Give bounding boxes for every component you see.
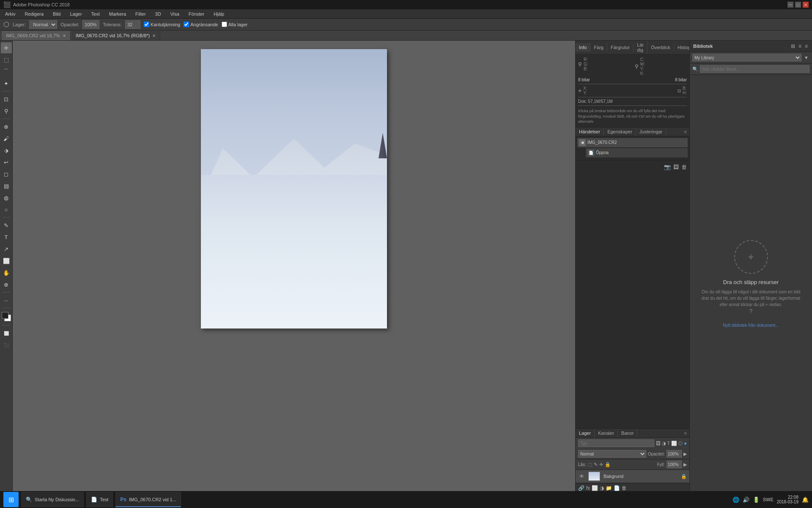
- handler-row-img[interactable]: ⏺ IMG_0670.CR2: [577, 138, 688, 147]
- lock-transparent-btn[interactable]: ⬚: [588, 462, 592, 467]
- tab-info[interactable]: Info: [576, 43, 590, 52]
- layer-item-background[interactable]: 👁 Bakgrund 🔒: [576, 470, 689, 483]
- layers-fill-arrow[interactable]: ▶: [683, 462, 687, 467]
- canvas-area[interactable]: [13, 41, 575, 493]
- handler-panel-menu[interactable]: ≡: [682, 127, 689, 136]
- lasso-tool[interactable]: ⌒: [1, 66, 12, 77]
- tab-img0669[interactable]: IMG_0669.CR2 vid 16,7% ✕: [2, 31, 71, 40]
- screen-mode-tool[interactable]: ⬛: [1, 340, 12, 351]
- eraser-tool[interactable]: ◻: [1, 168, 12, 179]
- handler-sub-open[interactable]: 📄 Öppna: [586, 148, 688, 157]
- tab-egenskaper[interactable]: Egenskaper: [604, 127, 636, 136]
- foreground-color-swatch[interactable]: [2, 312, 8, 319]
- menu-arkiv[interactable]: Arkiv: [3, 11, 17, 17]
- taskbar-battery-icon[interactable]: 🔋: [753, 497, 760, 503]
- add-group-btn[interactable]: 📁: [606, 485, 612, 491]
- tab-handelser[interactable]: Händelser: [576, 127, 604, 136]
- lock-paint-btn[interactable]: ✎: [594, 462, 598, 467]
- handler-trash-btn[interactable]: 🗑: [681, 164, 687, 170]
- gradient-tool[interactable]: ▤: [1, 180, 12, 191]
- layers-opacity-input[interactable]: [667, 450, 682, 458]
- filter-text-btn[interactable]: T: [667, 441, 670, 446]
- menu-visa[interactable]: Visa: [169, 11, 181, 17]
- title-bar-controls[interactable]: ─ □ ✕: [787, 2, 809, 8]
- handler-photo-btn[interactable]: 🖼: [673, 164, 679, 170]
- taskbar-clock[interactable]: 22:08 2018-03-19: [777, 495, 798, 504]
- tab-img0670[interactable]: IMG_0670.CR2 vid 16,7% (RGB/8*) ✕: [71, 31, 160, 40]
- add-mask-btn[interactable]: ⬜: [592, 485, 598, 491]
- color-swatches[interactable]: [2, 312, 11, 321]
- move-tool[interactable]: ✛: [1, 42, 12, 53]
- menu-filter[interactable]: Filter: [134, 11, 147, 17]
- filter-adjust-btn[interactable]: ◑: [662, 441, 666, 446]
- menu-markera[interactable]: Markera: [107, 11, 128, 17]
- tab-overblick[interactable]: Överblick: [647, 43, 674, 52]
- layer-visibility-icon[interactable]: 👁: [578, 473, 585, 480]
- library-grid-view-btn[interactable]: ⊞: [790, 42, 796, 50]
- filter-smart-btn[interactable]: ⬡: [678, 441, 683, 446]
- library-select[interactable]: My Library: [692, 54, 801, 61]
- all-layers-checkbox[interactable]: [222, 22, 227, 27]
- menu-bild[interactable]: Bild: [51, 11, 62, 17]
- pen-tool[interactable]: ✎: [1, 220, 12, 231]
- menu-3d[interactable]: 3D: [154, 11, 163, 17]
- contiguous-checkbox[interactable]: [184, 22, 189, 27]
- history-tool[interactable]: ↩: [1, 157, 12, 168]
- layers-search-input[interactable]: [578, 439, 654, 447]
- layers-panel-menu[interactable]: ≡: [682, 429, 689, 437]
- add-effect-btn[interactable]: fx: [586, 485, 590, 491]
- handler-camera-btn[interactable]: 📷: [664, 164, 671, 170]
- tolerance-input[interactable]: [125, 20, 140, 29]
- menu-redigera[interactable]: Redigera: [23, 11, 45, 17]
- menu-hjalp[interactable]: Hjälp: [212, 11, 226, 17]
- taskbar-item-ps[interactable]: Ps IMG_0670.CR2 vid 1...: [115, 492, 181, 507]
- contiguous-option[interactable]: Angränsande: [184, 22, 218, 27]
- tab-close-icon[interactable]: ✕: [63, 33, 66, 38]
- lock-all-btn[interactable]: 🔒: [605, 462, 611, 467]
- layers-opacity-arrow[interactable]: ▶: [683, 451, 687, 457]
- add-layer-btn[interactable]: 📄: [614, 485, 620, 491]
- menu-lager[interactable]: Lager: [68, 11, 83, 17]
- maximize-button[interactable]: □: [795, 2, 801, 8]
- more-tools[interactable]: ···: [1, 295, 12, 306]
- filter-toggle-btn[interactable]: ●: [684, 441, 687, 446]
- heal-tool[interactable]: ⊕: [1, 121, 12, 132]
- delete-layer-btn[interactable]: 🗑: [622, 485, 627, 491]
- minimize-button[interactable]: ─: [787, 2, 793, 8]
- layers-fill-input[interactable]: [667, 461, 682, 468]
- antialias-option[interactable]: Kantutjämning: [144, 22, 180, 27]
- taskbar-notification-icon[interactable]: 🔔: [802, 497, 809, 503]
- add-link-btn[interactable]: 🔗: [578, 485, 584, 491]
- magic-wand-tool[interactable]: ✦: [1, 78, 12, 89]
- text-tool[interactable]: T: [1, 232, 12, 243]
- add-adjustment-btn[interactable]: ◑: [600, 485, 604, 491]
- taskbar-network-icon[interactable]: 🌐: [732, 497, 739, 503]
- library-dropdown-btn[interactable]: ▼: [803, 54, 809, 61]
- layers-mode-dropdown[interactable]: Normal: [578, 450, 646, 458]
- menu-fonster[interactable]: Fönster: [187, 11, 206, 17]
- stamp-tool[interactable]: ⬗: [1, 145, 12, 156]
- brush-tool[interactable]: 🖌: [1, 133, 12, 144]
- opacity-input[interactable]: [82, 20, 99, 29]
- tab-banor[interactable]: Banor: [618, 429, 637, 437]
- taskbar-item-test[interactable]: 📄 Test: [86, 492, 113, 507]
- zoom-tool[interactable]: ⊕: [1, 279, 12, 290]
- select-tool[interactable]: ⬚: [1, 54, 12, 65]
- hand-tool[interactable]: ✋: [1, 267, 12, 278]
- blur-tool[interactable]: ◍: [1, 192, 12, 203]
- menu-text[interactable]: Text: [90, 11, 102, 17]
- filter-pixel-btn[interactable]: 🖼: [656, 441, 661, 446]
- library-list-view-btn[interactable]: ≡: [798, 42, 802, 50]
- tab-fargrutor[interactable]: Färgrutor: [607, 43, 634, 52]
- all-layers-option[interactable]: Alla lager: [222, 22, 248, 27]
- library-new-from-doc-link[interactable]: Nytt bibliotek från dokument...: [723, 323, 779, 328]
- shape-tool[interactable]: ⬜: [1, 255, 12, 266]
- taskbar-start-button[interactable]: ⊞: [3, 492, 19, 507]
- tab-kanaler[interactable]: Kanaler: [595, 429, 618, 437]
- close-button[interactable]: ✕: [803, 2, 809, 8]
- dodge-tool[interactable]: ○: [1, 204, 12, 215]
- filter-shape-btn[interactable]: ⬜: [671, 441, 677, 446]
- tab-close-active-icon[interactable]: ✕: [152, 33, 156, 38]
- path-tool[interactable]: ↗: [1, 243, 12, 254]
- library-search-input[interactable]: [700, 65, 809, 73]
